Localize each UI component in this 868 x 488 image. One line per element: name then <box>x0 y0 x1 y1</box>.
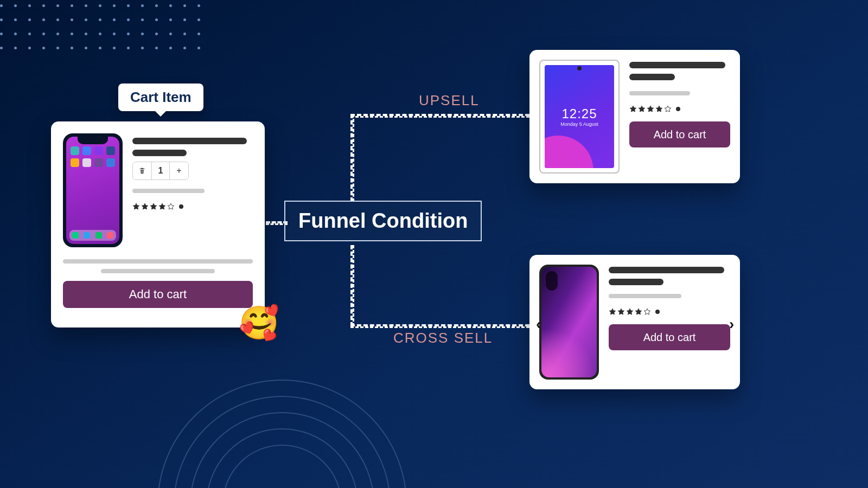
description-line-2 <box>101 269 215 273</box>
cart-item-product-image <box>63 133 123 247</box>
cross-sell-title-placeholder <box>609 267 724 273</box>
heart-face-emoji-icon: 🥰 <box>239 304 279 342</box>
add-to-cart-button[interactable]: Add to cart <box>63 281 253 308</box>
cart-item-rating <box>132 203 253 210</box>
connector-funnel-to-upsell-v <box>350 114 354 202</box>
upsell-meta-placeholder <box>629 91 690 95</box>
trash-icon <box>138 167 146 175</box>
decorative-dot-grid <box>0 4 208 57</box>
cross-sell-meta-placeholder <box>609 294 681 298</box>
cross-sell-product-image <box>539 265 599 380</box>
upsell-add-to-cart-button[interactable]: Add to cart <box>629 121 730 147</box>
cross-sell-label: CROSS SELL <box>393 330 493 346</box>
connector-funnel-to-upsell-h <box>350 114 529 118</box>
upsell-label: UPSELL <box>419 92 480 109</box>
device-time: 12:25 <box>561 106 597 121</box>
upsell-offer-card: 12:25 Monday 5 August Add to cart <box>529 50 740 183</box>
cart-item-card: 1 + Add to cart <box>51 121 265 328</box>
cart-item-badge: Cart Item <box>118 84 203 111</box>
funnel-condition-box: Funnel Condition <box>284 201 482 241</box>
cross-sell-subtitle-placeholder <box>609 279 663 285</box>
remove-item-button[interactable] <box>133 162 151 179</box>
upsell-product-image: 12:25 Monday 5 August <box>539 60 620 174</box>
cross-sell-rating <box>609 308 730 316</box>
decorative-rings <box>157 380 407 488</box>
quantity-increase-button[interactable]: + <box>170 162 188 179</box>
device-date: Monday 5 August <box>560 121 598 127</box>
quantity-stepper[interactable]: 1 + <box>132 162 189 180</box>
product-meta-placeholder <box>132 189 205 193</box>
upsell-title-placeholder <box>629 62 725 68</box>
cross-sell-add-to-cart-button[interactable]: Add to cart <box>609 324 730 350</box>
description-line-1 <box>63 259 253 264</box>
connector-funnel-to-cross-h <box>350 324 529 328</box>
cross-sell-offer-card: Add to cart <box>529 255 740 389</box>
connector-funnel-to-cross-v <box>350 245 354 326</box>
product-title-placeholder <box>132 138 247 144</box>
carousel-prev-button[interactable]: ‹ <box>536 316 541 333</box>
carousel-next-button[interactable]: › <box>729 316 734 333</box>
upsell-subtitle-placeholder <box>629 74 675 80</box>
upsell-rating <box>629 105 730 113</box>
product-subtitle-placeholder <box>132 150 187 156</box>
quantity-value: 1 <box>151 162 170 179</box>
